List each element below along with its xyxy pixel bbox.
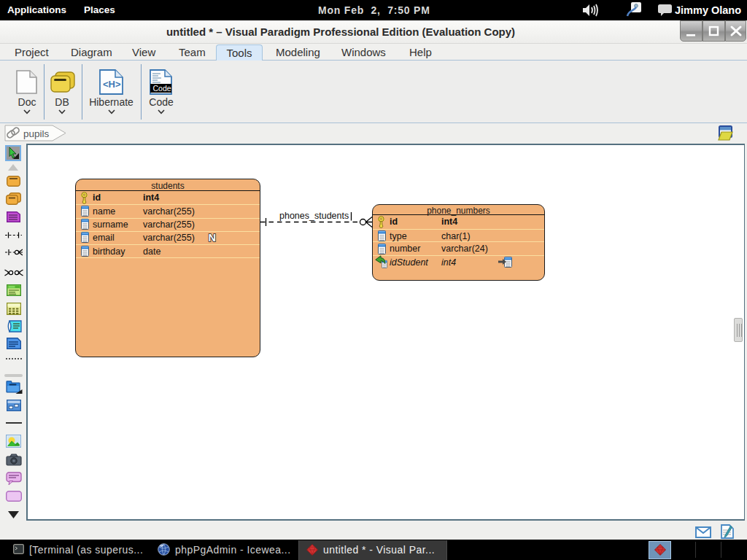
svg-text:Code: Code: [153, 84, 171, 93]
svg-text:phones_students: phones_students: [279, 211, 349, 221]
svg-text:<H>: <H>: [103, 79, 121, 90]
